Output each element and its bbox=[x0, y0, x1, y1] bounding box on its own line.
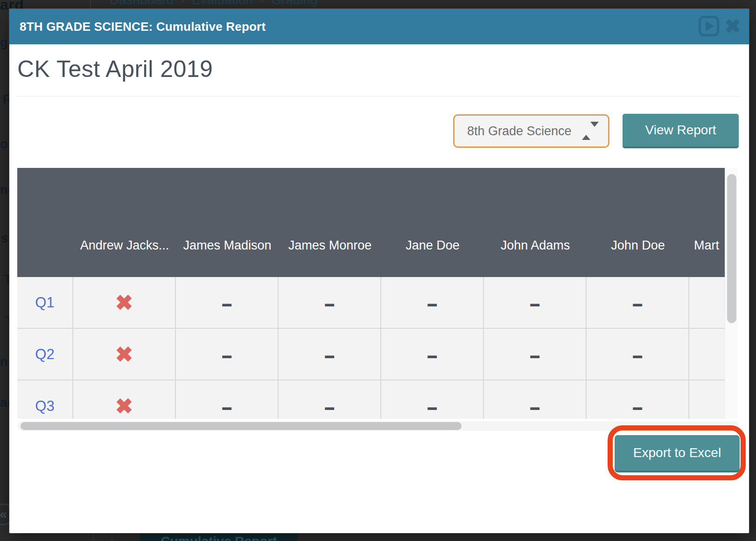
cumulative-report-modal: 8TH GRADE SCIENCE: Cumulative Report ✖ C… bbox=[9, 9, 749, 533]
grade-cell: – bbox=[587, 381, 689, 419]
question-link[interactable]: Q2 bbox=[35, 346, 54, 363]
table-row-q2: Q2 ✖ – – – – – bbox=[17, 329, 725, 381]
dash-mark: – bbox=[222, 341, 232, 368]
grade-cell: – bbox=[279, 277, 381, 328]
page-title: CK Test April 2019 bbox=[17, 55, 213, 83]
dash-mark: – bbox=[324, 290, 335, 316]
course-select-value: 8th Grade Science bbox=[455, 124, 572, 139]
column-header-student: Jane Doe bbox=[381, 238, 484, 277]
question-cell: Q2 bbox=[17, 329, 73, 380]
horizontal-scrollbar-thumb[interactable] bbox=[21, 422, 462, 430]
column-header-student: John Adams bbox=[484, 238, 587, 277]
breadcrumb-separator: › bbox=[181, 0, 184, 6]
vertical-scrollbar-thumb[interactable] bbox=[727, 174, 736, 323]
grade-cell: – bbox=[381, 329, 484, 380]
background-divider bbox=[112, 533, 112, 541]
dash-mark: – bbox=[222, 393, 232, 419]
grade-cell: – bbox=[279, 381, 381, 419]
grade-cell bbox=[689, 329, 725, 380]
horizontal-scrollbar[interactable] bbox=[17, 421, 739, 431]
grade-cell: – bbox=[587, 277, 689, 328]
sidebar-fragment: g bbox=[0, 35, 8, 50]
grade-cell: – bbox=[484, 277, 587, 328]
grade-cell bbox=[689, 381, 725, 419]
breadcrumb-separator: › bbox=[260, 0, 264, 6]
select-arrows-icon bbox=[582, 127, 599, 135]
sidebar-fragment: n bbox=[0, 355, 8, 369]
breadcrumb-grading: Grading bbox=[271, 0, 318, 7]
sidebar-fragment: o bbox=[0, 137, 8, 152]
breadcrumb: Dashboard › Evaluation › Grading bbox=[110, 0, 318, 7]
grade-cell: – bbox=[484, 381, 587, 419]
column-header-student: John Doe bbox=[587, 238, 689, 277]
grade-cell: ✖ bbox=[73, 277, 176, 328]
dash-mark: – bbox=[530, 290, 540, 316]
grade-cell: – bbox=[587, 329, 689, 380]
dash-mark: – bbox=[632, 393, 643, 419]
grade-cell: ✖ bbox=[73, 329, 176, 380]
dash-mark: – bbox=[530, 393, 540, 419]
question-cell: Q3 bbox=[17, 381, 73, 419]
x-mark-icon: ✖ bbox=[115, 344, 133, 365]
table-header-row: Andrew Jacks... James Madison James Monr… bbox=[17, 168, 725, 277]
dash-mark: – bbox=[324, 393, 335, 419]
x-mark-icon: ✖ bbox=[115, 292, 133, 313]
question-cell: Q1 bbox=[17, 277, 73, 328]
grading-table: Andrew Jacks... James Madison James Monr… bbox=[17, 168, 725, 419]
table-row-q1: Q1 ✖ – – – – – bbox=[17, 277, 725, 329]
background-tab-cumulative-report: Cumulative Report bbox=[140, 534, 298, 541]
vertical-scrollbar[interactable] bbox=[725, 168, 738, 419]
column-header-student: James Madison bbox=[176, 238, 279, 277]
grade-cell: – bbox=[176, 381, 279, 419]
breadcrumb-evaluation: Evaluation bbox=[192, 0, 253, 7]
column-header-student: Mart bbox=[689, 238, 725, 277]
dash-mark: – bbox=[632, 290, 643, 316]
table-row-q3: Q3 ✖ – – – – – bbox=[17, 381, 725, 419]
course-select[interactable]: 8th Grade Science bbox=[453, 114, 609, 148]
grade-cell: – bbox=[484, 329, 587, 380]
dash-mark: – bbox=[530, 341, 540, 368]
dash-mark: – bbox=[324, 341, 335, 368]
grade-cell: – bbox=[381, 277, 484, 328]
background-divider bbox=[93, 533, 94, 541]
dash-mark: – bbox=[427, 393, 437, 419]
question-link[interactable]: Q1 bbox=[35, 294, 54, 311]
sidebar-fragment: s bbox=[1, 231, 8, 246]
background-divider bbox=[90, 0, 91, 9]
breadcrumb-dashboard: Dashboard bbox=[110, 0, 174, 7]
close-icon[interactable]: ✖ bbox=[722, 14, 743, 40]
grade-cell: – bbox=[176, 329, 279, 380]
divider bbox=[17, 96, 740, 97]
grade-cell bbox=[689, 277, 725, 328]
grade-cell: – bbox=[279, 329, 381, 380]
modal-header: 8TH GRADE SCIENCE: Cumulative Report ✖ bbox=[9, 9, 749, 44]
dash-mark: – bbox=[632, 341, 643, 368]
question-link[interactable]: Q3 bbox=[35, 398, 54, 415]
column-header-student: Andrew Jacks... bbox=[73, 238, 176, 277]
dash-mark: – bbox=[222, 290, 232, 316]
view-report-button[interactable]: View Report bbox=[623, 114, 739, 148]
column-header-student: James Monroe bbox=[279, 238, 381, 277]
play-video-icon[interactable] bbox=[699, 16, 719, 36]
grade-cell: – bbox=[176, 277, 279, 328]
x-mark-icon: ✖ bbox=[115, 395, 133, 417]
modal-title: 8TH GRADE SCIENCE: Cumulative Report bbox=[9, 20, 266, 34]
grade-cell: ✖ bbox=[73, 381, 176, 419]
export-to-excel-button[interactable]: Export to Excel bbox=[615, 435, 740, 472]
grade-cell: – bbox=[381, 381, 484, 419]
dash-mark: – bbox=[427, 290, 437, 316]
dash-mark: – bbox=[427, 341, 437, 368]
